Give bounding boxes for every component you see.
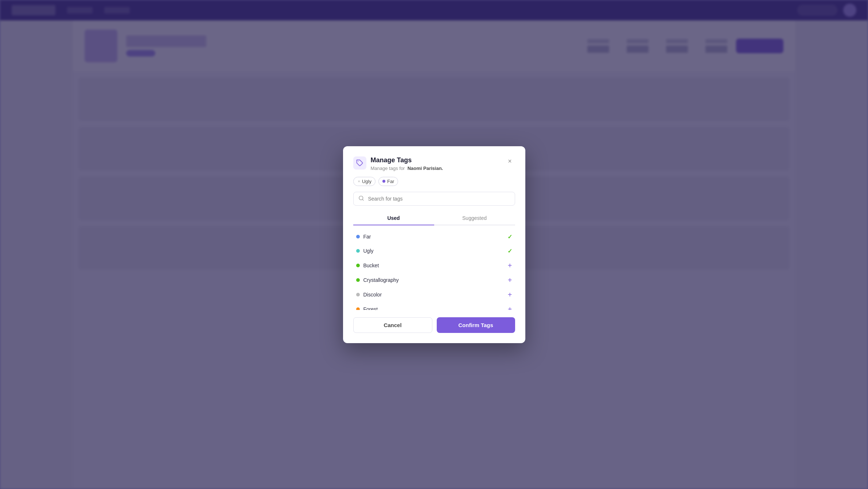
tag-dot-far	[382, 180, 385, 183]
tag-remove-ugly[interactable]: ×	[358, 179, 360, 183]
close-button[interactable]: ×	[505, 156, 515, 167]
search-icon	[358, 195, 364, 202]
tag-tabs: Used Suggested	[353, 211, 515, 225]
tag-list: Far ✓ Ugly ✓ Bucket +	[353, 230, 515, 310]
cancel-button[interactable]: Cancel	[353, 317, 432, 333]
modal-title: Manage Tags	[371, 156, 443, 164]
tag-icon	[356, 159, 363, 167]
tag-row-crystallography[interactable]: Crystallography +	[353, 273, 515, 287]
tab-suggested[interactable]: Suggested	[434, 211, 515, 225]
tag-row-bucket[interactable]: Bucket +	[353, 258, 515, 273]
tab-used[interactable]: Used	[353, 211, 434, 225]
confirm-tags-button[interactable]: Confirm Tags	[437, 317, 515, 333]
tag-row-far-left: Far	[356, 234, 371, 240]
tag-name-forest: Forest	[363, 306, 378, 310]
current-tag-far[interactable]: Far	[378, 177, 398, 186]
tag-row-bucket-left: Bucket	[356, 263, 379, 268]
modal-header: Manage Tags Manage tags for Naomi Parisi…	[353, 156, 515, 171]
modal-subtitle-prefix: Manage tags for	[371, 166, 405, 171]
search-wrap	[353, 192, 515, 206]
tag-row-ugly-left: Ugly	[356, 248, 374, 254]
search-input[interactable]	[353, 192, 515, 206]
tag-add-discolor[interactable]: +	[508, 291, 512, 298]
close-icon: ×	[508, 158, 512, 165]
tag-row-far[interactable]: Far ✓	[353, 230, 515, 244]
tag-name-discolor: Discolor	[363, 292, 382, 298]
modal-subtitle-name: Naomi Parisian.	[408, 166, 443, 171]
tag-add-bucket[interactable]: +	[508, 262, 512, 269]
tag-check-ugly[interactable]: ✓	[507, 248, 512, 255]
tag-name-crystallography: Crystallography	[363, 277, 399, 283]
tag-dot-bucket	[356, 264, 360, 267]
tag-dot-crystallography	[356, 278, 360, 282]
tag-label-far: Far	[387, 179, 394, 184]
tag-row-forest-left: Forest	[356, 306, 378, 310]
tag-dot-discolor	[356, 293, 360, 296]
tag-label-ugly: Ugly	[362, 179, 371, 184]
tag-name-ugly: Ugly	[363, 248, 374, 254]
modal-overlay: Manage Tags Manage tags for Naomi Parisi…	[0, 0, 868, 489]
tag-dot-ugly	[356, 249, 360, 253]
tag-dot-forest	[356, 307, 360, 310]
modal-subtitle: Manage tags for Naomi Parisian.	[371, 166, 443, 171]
modal-title-area: Manage Tags Manage tags for Naomi Parisi…	[353, 156, 443, 171]
tag-dot-far	[356, 235, 360, 238]
modal-tag-icon-wrap	[353, 156, 366, 170]
current-tags-list: × Ugly Far	[353, 177, 515, 186]
modal-footer: Cancel Confirm Tags	[353, 317, 515, 333]
tag-row-discolor[interactable]: Discolor +	[353, 287, 515, 302]
tag-row-ugly[interactable]: Ugly ✓	[353, 244, 515, 258]
tag-add-forest[interactable]: +	[508, 306, 512, 310]
svg-line-2	[362, 199, 363, 200]
tag-check-far[interactable]: ✓	[507, 233, 512, 240]
current-tag-ugly[interactable]: × Ugly	[353, 177, 375, 186]
tag-name-bucket: Bucket	[363, 263, 379, 268]
tag-row-crystallography-left: Crystallography	[356, 277, 399, 283]
tag-row-discolor-left: Discolor	[356, 292, 382, 298]
tag-row-forest[interactable]: Forest +	[353, 302, 515, 310]
tag-name-far: Far	[363, 234, 371, 240]
manage-tags-modal: Manage Tags Manage tags for Naomi Parisi…	[343, 146, 525, 343]
tag-add-crystallography[interactable]: +	[508, 276, 512, 284]
